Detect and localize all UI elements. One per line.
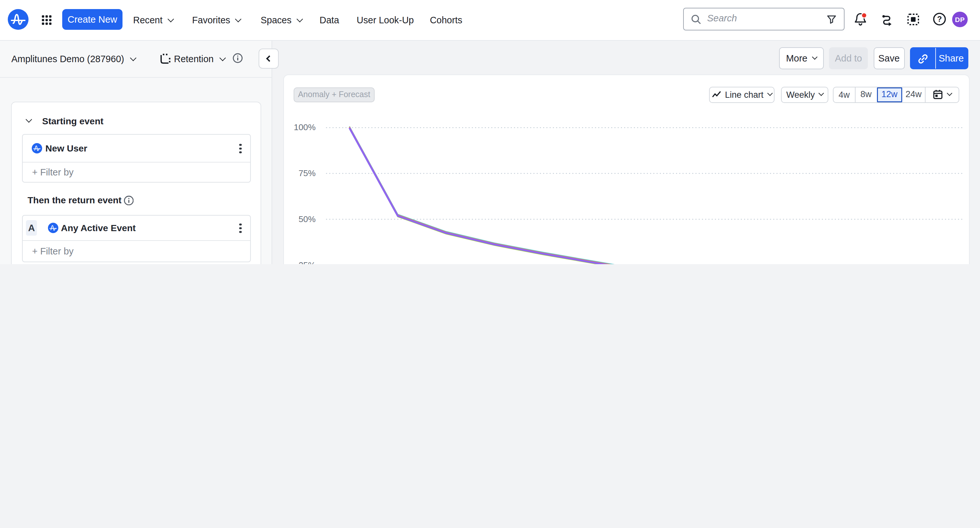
- svg-text:?: ?: [937, 14, 942, 23]
